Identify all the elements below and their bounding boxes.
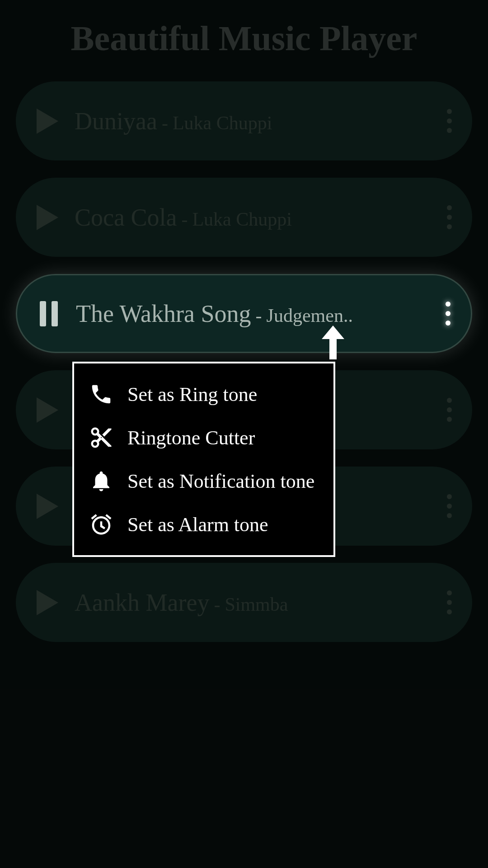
separator: - bbox=[162, 112, 168, 134]
song-item[interactable]: Coca Cola - Luka Chuppi bbox=[16, 178, 472, 257]
scissors-icon bbox=[88, 424, 115, 451]
menu-label: Ringtone Cutter bbox=[127, 426, 255, 449]
song-text: Coca Cola - Luka Chuppi bbox=[75, 203, 440, 231]
menu-item-notification[interactable]: Set as Notification tone bbox=[74, 459, 333, 503]
separator: - bbox=[181, 208, 188, 230]
play-icon[interactable] bbox=[34, 396, 61, 424]
song-title: Aankh Marey bbox=[75, 589, 209, 617]
more-options-icon[interactable] bbox=[440, 487, 459, 525]
song-title: The Wakhra Song bbox=[76, 300, 251, 328]
play-icon[interactable] bbox=[34, 589, 61, 616]
play-icon[interactable] bbox=[34, 108, 61, 135]
svg-rect-0 bbox=[40, 301, 46, 326]
more-options-icon[interactable] bbox=[440, 198, 459, 236]
menu-label: Set as Alarm tone bbox=[127, 513, 268, 536]
more-options-icon[interactable] bbox=[440, 391, 459, 429]
menu-item-alarm[interactable]: Set as Alarm tone bbox=[74, 503, 333, 546]
arrow-up-icon bbox=[322, 326, 344, 361]
svg-rect-1 bbox=[52, 301, 58, 326]
song-title: Duniyaa bbox=[75, 107, 157, 135]
song-artist: Judgemen.. bbox=[267, 305, 353, 326]
pause-icon[interactable] bbox=[35, 300, 62, 327]
menu-item-ringtone[interactable]: Set as Ring tone bbox=[74, 373, 333, 416]
song-item-active[interactable]: The Wakhra Song - Judgemen.. bbox=[16, 274, 472, 353]
more-options-icon[interactable] bbox=[440, 584, 459, 621]
page-title: Beautiful Music Player bbox=[0, 18, 488, 59]
separator: - bbox=[214, 594, 220, 615]
menu-label: Set as Notification tone bbox=[127, 470, 314, 493]
song-artist: Simmba bbox=[225, 594, 288, 615]
song-text: Duniyaa - Luka Chuppi bbox=[75, 107, 440, 135]
menu-item-cutter[interactable]: Ringtone Cutter bbox=[74, 416, 333, 459]
play-icon[interactable] bbox=[34, 204, 61, 231]
song-artist: Luka Chuppi bbox=[192, 208, 291, 230]
song-artist: Luka Chuppi bbox=[173, 112, 272, 134]
alarm-clock-icon bbox=[88, 511, 115, 538]
separator: - bbox=[256, 305, 262, 326]
song-text: The Wakhra Song - Judgemen.. bbox=[76, 300, 439, 328]
more-options-icon[interactable] bbox=[439, 295, 457, 332]
header: Beautiful Music Player bbox=[0, 0, 488, 72]
more-options-icon[interactable] bbox=[440, 102, 459, 140]
bell-icon bbox=[88, 467, 115, 495]
context-menu: Set as Ring tone Ringtone Cutter Set as … bbox=[72, 362, 335, 557]
play-icon[interactable] bbox=[34, 493, 61, 520]
song-text: Aankh Marey - Simmba bbox=[75, 589, 440, 617]
song-title: Coca Cola bbox=[75, 203, 177, 231]
phone-icon bbox=[88, 381, 115, 408]
menu-label: Set as Ring tone bbox=[127, 383, 257, 406]
song-item[interactable]: Aankh Marey - Simmba bbox=[16, 563, 472, 642]
song-item[interactable]: Duniyaa - Luka Chuppi bbox=[16, 81, 472, 160]
